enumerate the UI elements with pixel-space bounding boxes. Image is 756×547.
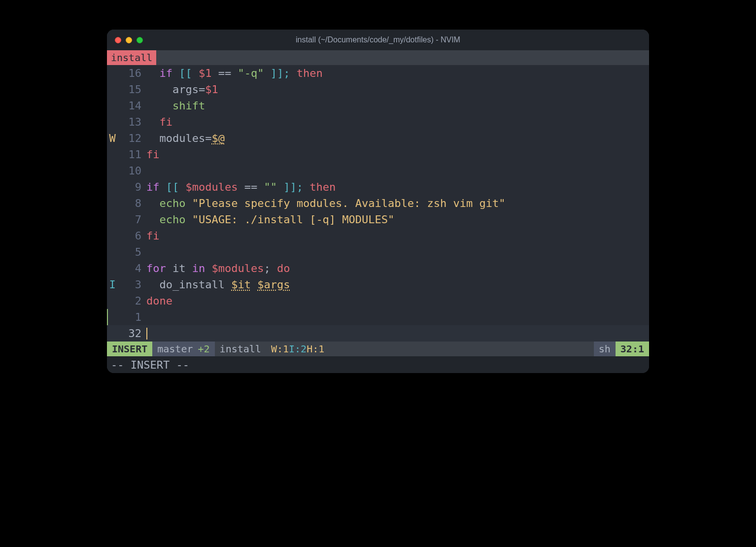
code-line: 8 echo "Please specify modules. Availabl… bbox=[107, 195, 649, 211]
sign-warning: W bbox=[107, 130, 118, 146]
code: done bbox=[142, 293, 649, 309]
filename: install bbox=[215, 342, 266, 356]
code-line: 2 done bbox=[107, 293, 649, 309]
line-number: 2 bbox=[118, 293, 142, 309]
line-number: 16 bbox=[118, 65, 142, 81]
cursor-line-indicator bbox=[107, 309, 108, 325]
line-number: 4 bbox=[118, 260, 142, 276]
code-line: 6 fi bbox=[107, 228, 649, 244]
cursor-position: 32:1 bbox=[616, 342, 649, 356]
line-number: 12 bbox=[118, 130, 142, 146]
line-number: 3 bbox=[118, 276, 142, 293]
diagnostics: W:1 I:2 H:1 bbox=[266, 342, 329, 356]
git-diff-count: +2 bbox=[198, 343, 210, 355]
traffic-lights bbox=[115, 37, 143, 43]
statusline-spacer bbox=[329, 342, 593, 356]
line-number: 9 bbox=[118, 179, 142, 195]
line-number: 5 bbox=[118, 244, 142, 260]
line-number: 15 bbox=[118, 81, 142, 98]
code-line: 5 bbox=[107, 244, 649, 260]
code: do_install $it $args bbox=[142, 276, 649, 293]
code: for it in $modules; do bbox=[142, 260, 649, 276]
code: if [[ $modules == "" ]]; then bbox=[142, 179, 649, 195]
code-line: 9 if [[ $modules == "" ]]; then bbox=[107, 179, 649, 195]
mode-indicator: INSERT bbox=[107, 342, 152, 356]
line-number: 8 bbox=[118, 195, 142, 211]
code: if [[ $1 == "-q" ]]; then bbox=[142, 65, 649, 81]
code-line: 11 fi bbox=[107, 146, 649, 163]
zoom-icon[interactable] bbox=[137, 37, 143, 43]
line-number: 10 bbox=[118, 163, 142, 179]
diag-info: I:2 bbox=[289, 343, 307, 355]
cursor-icon bbox=[146, 328, 147, 340]
branch-name: master bbox=[157, 343, 193, 355]
code: modules=$@ bbox=[142, 130, 649, 146]
line-number: 14 bbox=[118, 98, 142, 114]
code: shift bbox=[142, 98, 649, 114]
code-line: 15 args=$1 bbox=[107, 81, 649, 98]
git-branch: master +2 bbox=[152, 342, 214, 356]
sign-info: I bbox=[107, 276, 118, 293]
diag-warnings: W:1 bbox=[271, 343, 289, 355]
code-line: 1 bbox=[107, 309, 649, 325]
terminal-window: install (~/Documents/code/_my/dotfiles) … bbox=[107, 30, 649, 373]
line-number: 1 bbox=[118, 309, 142, 325]
code-line: W 12 modules=$@ bbox=[107, 130, 649, 146]
code-line: 10 bbox=[107, 163, 649, 179]
code-line: 7 echo "USAGE: ./install [-q] MODULES" bbox=[107, 211, 649, 228]
tab-install[interactable]: install bbox=[107, 50, 156, 65]
code: echo "USAGE: ./install [-q] MODULES" bbox=[142, 211, 649, 228]
current-line: 32 bbox=[107, 325, 649, 342]
code: fi bbox=[142, 146, 649, 163]
tab-label: install bbox=[111, 52, 152, 64]
code-line: 16 if [[ $1 == "-q" ]]; then bbox=[107, 65, 649, 81]
line-number: 6 bbox=[118, 228, 142, 244]
statusline: INSERT master +2 install W:1 I:2 H:1 sh … bbox=[107, 342, 649, 356]
editor-area[interactable]: 16 if [[ $1 == "-q" ]]; then 15 args=$1 … bbox=[107, 65, 649, 342]
tabline: install bbox=[107, 50, 649, 65]
code: fi bbox=[142, 228, 649, 244]
line-number: 13 bbox=[118, 114, 142, 130]
line-number-current: 32 bbox=[118, 325, 142, 342]
diag-hints: H:1 bbox=[307, 343, 324, 355]
window-titlebar: install (~/Documents/code/_my/dotfiles) … bbox=[107, 30, 649, 50]
line-number: 11 bbox=[118, 146, 142, 163]
close-icon[interactable] bbox=[115, 37, 121, 43]
code-line: 4 for it in $modules; do bbox=[107, 260, 649, 276]
code-line: I 3 do_install $it $args bbox=[107, 276, 649, 293]
code bbox=[142, 325, 649, 342]
code-line: 14 shift bbox=[107, 98, 649, 114]
command-line: -- INSERT -- bbox=[107, 356, 649, 373]
minimize-icon[interactable] bbox=[126, 37, 132, 43]
filetype: sh bbox=[594, 342, 616, 356]
line-number: 7 bbox=[118, 211, 142, 228]
code: fi bbox=[142, 114, 649, 130]
code: args=$1 bbox=[142, 81, 649, 98]
code-line: 13 fi bbox=[107, 114, 649, 130]
window-title: install (~/Documents/code/_my/dotfiles) … bbox=[107, 35, 649, 44]
mode-message: -- INSERT -- bbox=[111, 359, 189, 371]
code: echo "Please specify modules. Available:… bbox=[142, 195, 649, 211]
